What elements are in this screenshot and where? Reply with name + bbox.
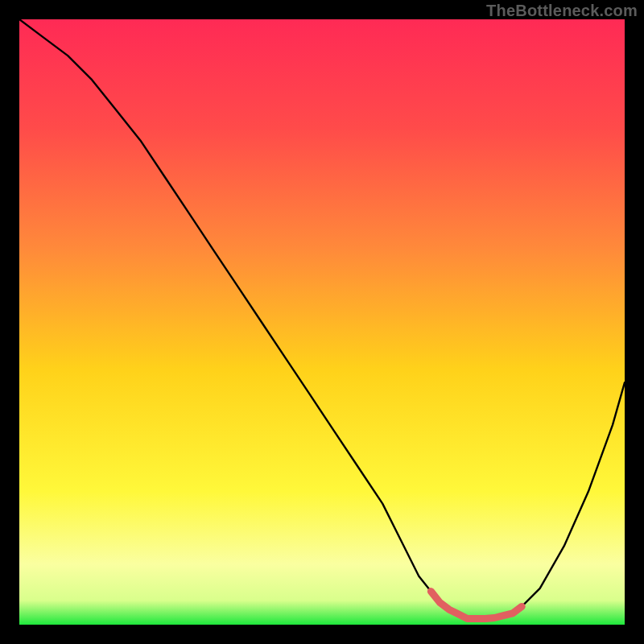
watermark-label: TheBottleneck.com bbox=[486, 2, 638, 20]
bottleneck-curve bbox=[19, 19, 625, 619]
plot-area bbox=[19, 19, 625, 625]
chart-frame: TheBottleneck.com bbox=[0, 0, 644, 644]
chart-curve-layer bbox=[19, 19, 625, 625]
recommended-range-marker bbox=[431, 592, 522, 619]
